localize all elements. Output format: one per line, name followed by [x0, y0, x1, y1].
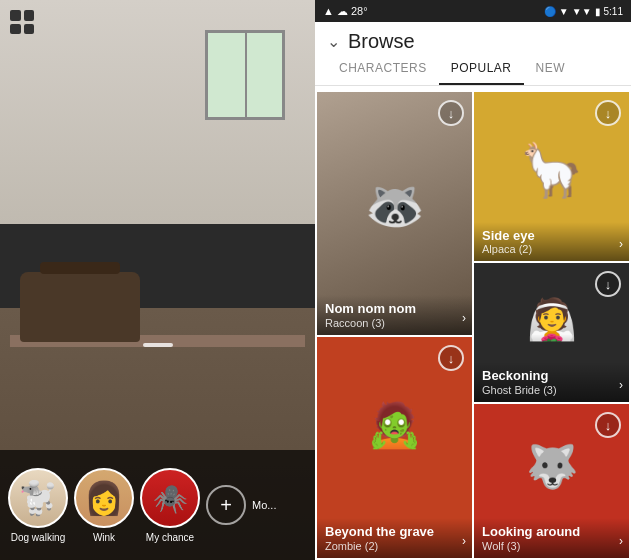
- zombie-info: Beyond the grave Zombie (2): [317, 518, 472, 558]
- wolf-chevron: ›: [619, 534, 623, 548]
- zombie-chevron: ›: [462, 534, 466, 548]
- wolf-icon: 🐺: [526, 441, 578, 490]
- card-alpaca[interactable]: 🦙 ↓ Side eye Alpaca (2) ›: [474, 92, 629, 261]
- battery-icon: ▮: [595, 6, 601, 17]
- wifi-icon: ▼▼: [572, 6, 592, 17]
- card-zombie[interactable]: 🧟 ↓ Beyond the grave Zombie (2) ›: [317, 337, 472, 558]
- card-raccoon[interactable]: 🦝 ↓ Nom nom nom Raccoon (3) ›: [317, 92, 472, 335]
- raccoon-name: Nom nom nom: [325, 301, 464, 317]
- status-bar: ▲ ☁ 28° 🔵 ▼ ▼▼ ▮ 5:11: [315, 0, 631, 22]
- plus-icon: +: [220, 494, 232, 517]
- status-left: ▲ ☁ 28°: [323, 5, 368, 18]
- avatar-dog-walking[interactable]: Dog walking: [8, 468, 68, 543]
- chevron-down-icon[interactable]: ⌄: [327, 32, 340, 51]
- alpaca-download-btn[interactable]: ↓: [595, 100, 621, 126]
- bluetooth-icon: 🔵: [544, 6, 556, 17]
- signal-icon: ▼: [559, 6, 569, 17]
- raccoon-icon: 🦝: [365, 177, 425, 233]
- browse-title: Browse: [348, 30, 415, 53]
- raccoon-chevron: ›: [462, 311, 466, 325]
- content-grid: 🦝 ↓ Nom nom nom Raccoon (3) › 🧟 ↓ Beyond…: [315, 90, 631, 560]
- avatar-dog-label: Dog walking: [11, 532, 65, 543]
- zombie-sub: Zombie (2): [325, 540, 464, 552]
- ghost-icon: 👰: [527, 295, 577, 342]
- wolf-info: Looking around Wolf (3): [474, 518, 629, 558]
- progress-indicator: [143, 343, 173, 347]
- more-label: Mo...: [252, 499, 276, 511]
- ghost-chevron: ›: [619, 378, 623, 392]
- alpaca-chevron: ›: [619, 237, 623, 251]
- browse-header: ⌄ Browse: [315, 22, 631, 53]
- avatar-wink-label: Wink: [93, 532, 115, 543]
- tab-characters[interactable]: CHARACTERS: [327, 53, 439, 85]
- zombie-download-btn[interactable]: ↓: [438, 345, 464, 371]
- status-right: 🔵 ▼ ▼▼ ▮ 5:11: [544, 6, 623, 17]
- col-left: 🦝 ↓ Nom nom nom Raccoon (3) › 🧟 ↓ Beyond…: [317, 92, 472, 558]
- avatar-dog-circle: [8, 468, 68, 528]
- bottom-toolbar: Dog walking Wink My chance + Mo...: [0, 450, 315, 560]
- col-right: 🦙 ↓ Side eye Alpaca (2) › 👰 ↓ Beckoning …: [474, 92, 629, 558]
- avatar-wink[interactable]: Wink: [74, 468, 134, 543]
- alpaca-sub: Alpaca (2): [482, 243, 621, 255]
- clock: 5:11: [604, 6, 623, 17]
- avatar-mychance-label: My chance: [146, 532, 194, 543]
- wolf-name: Looking around: [482, 524, 621, 540]
- bag: [20, 272, 140, 342]
- tab-popular[interactable]: POPULAR: [439, 53, 524, 85]
- browse-panel: ▲ ☁ 28° 🔵 ▼ ▼▼ ▮ 5:11 ⌄ Browse CHARACTER…: [315, 0, 631, 560]
- tab-bar: CHARACTERS POPULAR NEW: [315, 53, 631, 86]
- raccoon-download-btn[interactable]: ↓: [438, 100, 464, 126]
- raccoon-info: Nom nom nom Raccoon (3): [317, 295, 472, 335]
- status-weather: ▲ ☁ 28°: [323, 5, 368, 18]
- tab-new[interactable]: NEW: [524, 53, 578, 85]
- ghost-info: Beckoning Ghost Bride (3): [474, 362, 629, 402]
- add-avatar-button[interactable]: +: [206, 485, 246, 525]
- camera-panel: Dog walking Wink My chance + Mo...: [0, 0, 315, 560]
- wolf-download-btn[interactable]: ↓: [595, 412, 621, 438]
- zombie-icon: 🧟: [367, 399, 422, 451]
- window: [205, 30, 285, 120]
- avatar-mychance-circle: [140, 468, 200, 528]
- card-ghost[interactable]: 👰 ↓ Beckoning Ghost Bride (3) ›: [474, 263, 629, 402]
- ghost-sub: Ghost Bride (3): [482, 384, 621, 396]
- alpaca-info: Side eye Alpaca (2): [474, 222, 629, 262]
- alpaca-name: Side eye: [482, 228, 621, 244]
- zombie-name: Beyond the grave: [325, 524, 464, 540]
- alpaca-icon: 🦙: [519, 140, 584, 201]
- wolf-sub: Wolf (3): [482, 540, 621, 552]
- grid-menu-icon[interactable]: [10, 10, 42, 42]
- avatar-mychance[interactable]: My chance: [140, 468, 200, 543]
- card-wolf[interactable]: 🐺 ↓ Looking around Wolf (3) ›: [474, 404, 629, 558]
- avatar-wink-circle: [74, 468, 134, 528]
- ghost-name: Beckoning: [482, 368, 621, 384]
- raccoon-sub: Raccoon (3): [325, 317, 464, 329]
